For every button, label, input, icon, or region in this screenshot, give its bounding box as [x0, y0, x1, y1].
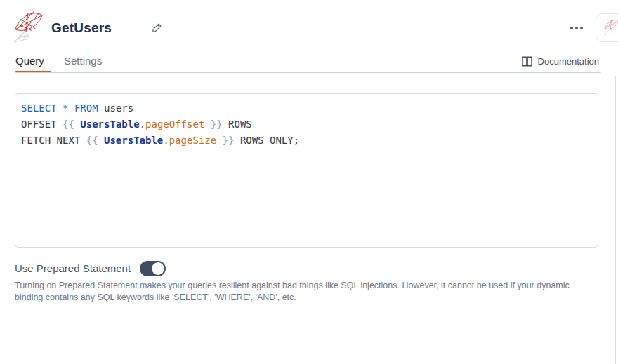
query-editor-page: GetUsers Query Settings [0, 0, 618, 364]
edit-query-name-button[interactable] [147, 20, 166, 38]
tab-settings[interactable]: Settings [64, 55, 102, 67]
tab-bar-divider [15, 72, 601, 73]
datasource-logo-button[interactable] [596, 13, 618, 42]
open-book-icon [521, 56, 533, 67]
pencil-icon [152, 22, 162, 35]
prepared-statement-row: Use Prepared Statement [15, 259, 166, 277]
sqlserver-datasource-logo-icon [603, 18, 618, 39]
documentation-label: Documentation [538, 56, 599, 67]
ellipsis-icon [570, 27, 583, 29]
query-name-title: GetUsers [51, 20, 112, 36]
sqlserver-datasource-logo-icon [11, 8, 44, 45]
tab-query[interactable]: Query [15, 55, 44, 67]
toggle-knob [152, 262, 164, 275]
prepared-statement-label: Use Prepared Statement [15, 262, 131, 274]
query-editor[interactable]: SELECT * FROM usersOFFSET {{ UsersTable.… [15, 93, 598, 248]
right-panel-divider [615, 76, 616, 364]
prepared-statement-toggle[interactable] [140, 261, 166, 276]
documentation-link[interactable]: Documentation [521, 56, 599, 67]
more-options-button[interactable] [565, 20, 589, 36]
prepared-statement-help-text: Turning on Prepared Statement makes your… [15, 280, 581, 303]
